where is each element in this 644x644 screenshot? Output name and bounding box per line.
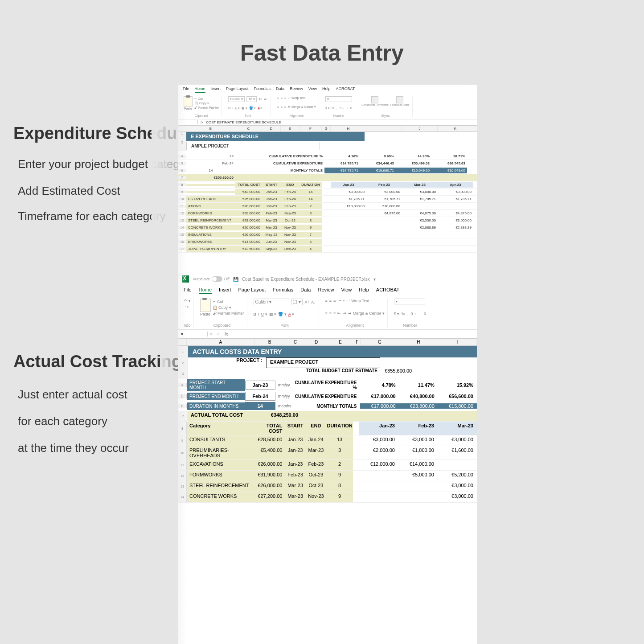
val-cell[interactable]	[331, 241, 366, 243]
dur-cell[interactable]: 6	[299, 239, 322, 245]
menu-data[interactable]: Data	[276, 86, 284, 93]
start-cell[interactable]: Jan-23	[262, 203, 281, 209]
start-cell[interactable]: Jun-23	[262, 239, 281, 245]
val-cell[interactable]	[366, 220, 402, 222]
percent-button[interactable]: %	[401, 312, 405, 316]
category-cell[interactable]: CONCRETE WORKS	[186, 225, 235, 230]
merge-center-button[interactable]: ⬌ Merge & Center ▾	[288, 105, 316, 109]
monthly-4[interactable]: €16,049.60	[431, 168, 467, 173]
category-cell[interactable]: JOINERY-CARPENTRY	[186, 246, 235, 252]
end-cell[interactable]: Nov-23	[306, 492, 326, 502]
col-C[interactable]: C	[235, 126, 262, 131]
val-cell[interactable]	[331, 248, 366, 250]
row-num[interactable]: 15	[178, 233, 186, 236]
cut-button[interactable]: ✂ Cut	[213, 299, 244, 304]
val-cell[interactable]: €3,000.00	[438, 189, 473, 195]
monthly-2[interactable]: €23,800.00	[399, 403, 438, 409]
bold-button[interactable]: B	[254, 312, 257, 316]
indent-inc-icon[interactable]: ⇥	[343, 311, 346, 316]
col-A[interactable]: A	[187, 339, 254, 345]
val-cell[interactable]: €3,000.00	[438, 492, 477, 502]
category-cell[interactable]: STEEL REINFORCEMENT	[186, 217, 235, 223]
copy-button[interactable]: 📋 Copy ▾	[213, 305, 244, 310]
menu-page-layout[interactable]: Page Layout	[238, 287, 266, 294]
align-right-icon[interactable]: ≡	[284, 106, 286, 109]
monthly-1[interactable]: €17,000.00	[360, 403, 399, 409]
row-num[interactable]: 13	[178, 481, 187, 492]
end-cell[interactable]: Oct-23	[306, 471, 326, 481]
total-cell[interactable]: €26,000.00	[254, 460, 285, 470]
align-left-icon[interactable]: ≡	[325, 311, 328, 316]
col-D[interactable]: D	[306, 339, 327, 345]
monthly-label[interactable]: MONTHLY TOTALS	[235, 168, 324, 173]
total-cell[interactable]: €25,000.00	[235, 196, 262, 202]
menu-home[interactable]: Home	[199, 287, 212, 294]
col-H[interactable]: H	[331, 126, 366, 131]
row-num[interactable]: 12	[178, 471, 187, 481]
name-box[interactable]: ▾	[181, 332, 208, 336]
monthly-3[interactable]: €15,800.00	[438, 403, 477, 409]
val-cell[interactable]: €14,000.00	[398, 460, 438, 470]
indent-dec-icon[interactable]: ⇤	[337, 311, 341, 316]
dur-cell[interactable]: 14	[299, 196, 322, 202]
val-cell[interactable]: €4,875.00	[366, 210, 402, 216]
format-as-table-button[interactable]: Format as Table	[390, 96, 410, 106]
menu-file[interactable]: File	[184, 287, 192, 294]
paste-icon[interactable]	[200, 299, 211, 312]
row-5[interactable]: 5	[178, 394, 187, 398]
redo-button[interactable]: ↷	[185, 305, 189, 309]
val-cell[interactable]: €1,785.71	[366, 196, 402, 202]
menu-help[interactable]: Help	[359, 287, 369, 294]
menu-acrobat[interactable]: ACROBAT	[336, 86, 355, 93]
dur-cell[interactable]: 8	[299, 217, 322, 223]
start-cell[interactable]: Mar-23	[262, 217, 281, 223]
start-header[interactable]: START	[262, 182, 281, 188]
menu-insert[interactable]: Insert	[211, 86, 221, 93]
total-cell[interactable]: €26,000.00	[235, 225, 262, 230]
val-cell[interactable]: €4,875.00	[438, 210, 473, 216]
category-cell[interactable]: PRELIMINARIES-OVERHEADS	[187, 446, 254, 459]
cat-header[interactable]	[186, 184, 235, 186]
menu-review[interactable]: Review	[290, 86, 303, 93]
val-cell[interactable]: €3,000.00	[438, 481, 477, 492]
end-cell[interactable]: Jan-24	[306, 435, 326, 446]
cumexp-1[interactable]: €14,785.71	[324, 160, 360, 166]
total-budget[interactable]: €355,600.00	[186, 175, 235, 180]
val-cell[interactable]	[402, 241, 438, 243]
val-cell[interactable]	[359, 492, 398, 502]
col-K[interactable]: K	[438, 126, 473, 131]
start-cell[interactable]: Jan-23	[285, 446, 305, 459]
row-4[interactable]: 4	[178, 155, 186, 158]
start-cell[interactable]: Mar-23	[285, 481, 305, 492]
menu-review[interactable]: Review	[318, 287, 334, 294]
cumpct-2[interactable]: 9.69%	[360, 153, 396, 159]
end-cell[interactable]: Feb-23	[306, 460, 326, 470]
merge-center-button[interactable]: ⬌ Merge & Center ▾	[348, 311, 385, 316]
end-cell[interactable]: Feb-24	[281, 189, 299, 195]
cumexp-2[interactable]: €40,800.00	[399, 394, 438, 399]
italic-button[interactable]: I	[232, 107, 233, 110]
row-num[interactable]: 12	[178, 212, 186, 215]
month-mar[interactable]: Mar-23	[438, 422, 477, 435]
wrap-text-button[interactable]: ⤶ Wrap Text	[288, 96, 305, 100]
start-cell[interactable]: Jan-23	[285, 460, 305, 470]
category-cell[interactable]: ES OVERHEADS	[186, 196, 235, 202]
font-name-select[interactable]: Calibri ▾	[254, 299, 289, 305]
confirm-icon[interactable]: ✓	[215, 332, 222, 336]
format-painter-button[interactable]: 🖌 Format Painter	[194, 106, 219, 109]
align-top-icon[interactable]: ≡	[277, 97, 279, 100]
end-header[interactable]: END	[281, 182, 299, 188]
menu-view[interactable]: View	[341, 287, 352, 294]
summary-label[interactable]: CUMULATIVE EXPENDITURE %	[235, 153, 324, 159]
menu-insert[interactable]: Insert	[219, 287, 231, 294]
row-num[interactable]: 14	[178, 492, 187, 502]
col-F[interactable]: F	[299, 126, 322, 131]
menu-file[interactable]: File	[183, 86, 189, 93]
align-mid-icon[interactable]: ≡	[329, 299, 332, 303]
val-cell[interactable]	[359, 481, 398, 492]
row-num[interactable]: 11	[178, 460, 187, 470]
cell[interactable]: Feb-24	[186, 160, 235, 166]
row-num[interactable]: 10	[178, 446, 187, 459]
col-B[interactable]: B	[186, 126, 235, 131]
menu-home[interactable]: Home	[195, 86, 205, 93]
